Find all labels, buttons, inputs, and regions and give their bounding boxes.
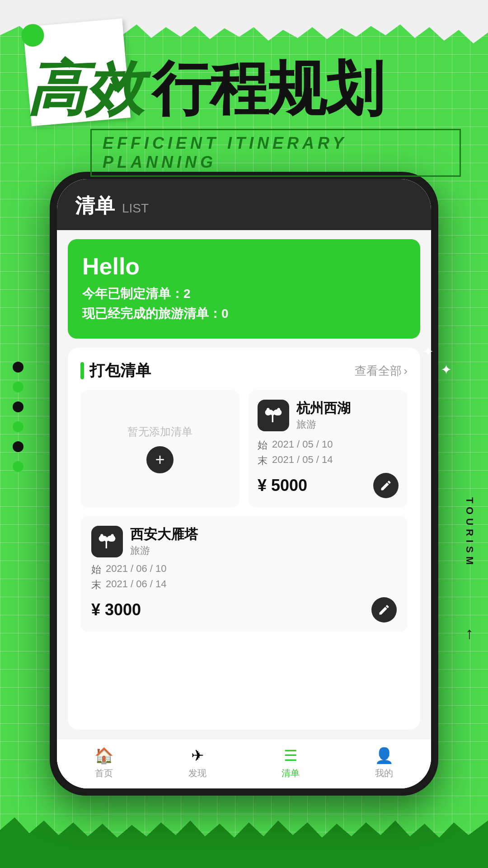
sparkle-1: ✦ — [422, 344, 434, 359]
trip-info-2: 西安大雁塔 旅游 — [130, 525, 198, 557]
hello-stat-2: 现已经完成的旅游清单：0 — [82, 305, 406, 322]
trip-price-2: ¥ 3000 — [91, 600, 141, 619]
cards-row: 暂无添加清单 + — [80, 390, 408, 507]
plus-icon: + — [155, 452, 164, 468]
nav-list-label: 清单 — [282, 767, 300, 779]
trip-icon-1 — [258, 400, 289, 431]
sparkle-2: ✦ — [441, 362, 452, 377]
nav-profile-label: 我的 — [375, 767, 393, 779]
nav-profile[interactable]: 👤 我的 — [375, 746, 394, 779]
list-icon: ☰ — [284, 746, 297, 764]
view-all-button[interactable]: 查看全部 › — [355, 363, 408, 379]
nav-home-label: 首页 — [95, 767, 113, 779]
explore-icon: ✈ — [191, 746, 204, 764]
title-efficient: 高效 — [27, 50, 143, 129]
side-dot-3 — [13, 401, 23, 412]
hello-card: Hello 今年已制定清单：2 现已经完成的旅游清单：0 — [68, 239, 420, 339]
trip-icon-2 — [91, 526, 123, 557]
palm-tree-icon-2 — [98, 533, 116, 551]
nav-explore[interactable]: ✈ 发现 — [188, 746, 206, 779]
add-button[interactable]: + — [146, 446, 174, 473]
phone-inner: 清单 LIST Hello 今年已制定清单：2 现已经完成的旅游清单：0 — [57, 179, 431, 788]
main-title-area: 高效 行程规划 — [27, 50, 461, 129]
empty-card: 暂无添加清单 + — [80, 390, 239, 507]
phone-title-en: LIST — [122, 201, 149, 216]
trip-price-1: ¥ 5000 — [258, 476, 307, 495]
trip-card-hangzhou[interactable]: 杭州西湖 旅游 始 2021 / 05 / 10 末 2021 / 05 / 1… — [249, 390, 408, 507]
side-dot-6 — [13, 461, 23, 472]
phone-title-cn: 清单 — [75, 193, 115, 219]
side-dot-4 — [13, 421, 23, 432]
subtitle-banner: EFFICIENT ITINERARY PLANNING — [90, 129, 461, 177]
phone-title: 清单 LIST — [75, 193, 413, 219]
profile-icon: 👤 — [375, 746, 394, 764]
phone-header: 清单 LIST — [57, 179, 431, 230]
hello-greeting: Hello — [82, 253, 406, 280]
trip-start-1: 始 2021 / 05 / 10 — [258, 439, 399, 452]
nav-home[interactable]: 🏠 首页 — [94, 746, 113, 779]
hello-stat-1: 今年已制定清单：2 — [82, 285, 406, 302]
home-icon: 🏠 — [94, 746, 113, 764]
section-title-bar — [80, 362, 84, 379]
content-area: 打包清单 查看全部 › 暂无添加清单 + — [68, 348, 420, 730]
trip-name-2: 西安大雁塔 — [130, 525, 198, 544]
trip-footer-1: ¥ 5000 — [258, 473, 399, 498]
trip-end-2: 末 2021 / 06 / 14 — [91, 578, 397, 592]
trip-card-xian[interactable]: 西安大雁塔 旅游 始 2021 / 06 / 10 末 2021 / 06 / … — [80, 516, 408, 632]
phone-screen: 清单 LIST Hello 今年已制定清单：2 现已经完成的旅游清单：0 — [57, 179, 431, 788]
chevron-right-icon: › — [404, 364, 408, 378]
phone-outer: 清单 LIST Hello 今年已制定清单：2 现已经完成的旅游清单：0 — [50, 172, 438, 796]
side-dot-1 — [13, 362, 23, 373]
nav-explore-label: 发现 — [188, 767, 206, 779]
side-dot-5 — [13, 441, 23, 452]
trip-card-header-1: 杭州西湖 旅游 — [258, 399, 399, 431]
trip-end-1: 末 2021 / 05 / 14 — [258, 454, 399, 467]
palm-tree-icon — [264, 406, 282, 425]
nav-list[interactable]: ☰ 清单 — [282, 746, 300, 779]
edit-icon-2 — [378, 604, 390, 616]
side-arrow-icon: ↑ — [465, 624, 474, 643]
side-dots — [13, 362, 23, 472]
trip-type-1: 旅游 — [296, 418, 351, 431]
side-dot-2 — [13, 382, 23, 392]
trip-start-2: 始 2021 / 06 / 10 — [91, 563, 397, 576]
trip-card-header-2: 西安大雁塔 旅游 — [91, 525, 397, 557]
sticky-note-dot — [20, 23, 45, 47]
subtitle-text: EFFICIENT ITINERARY PLANNING — [103, 134, 449, 172]
trip-type-2: 旅游 — [130, 544, 198, 557]
side-tourism-text: TOURISM — [464, 497, 475, 568]
phone-mockup: 清单 LIST Hello 今年已制定清单：2 现已经完成的旅游清单：0 — [50, 172, 438, 796]
empty-text: 暂无添加清单 — [127, 425, 192, 439]
edit-button-1[interactable] — [373, 473, 399, 498]
section-header: 打包清单 查看全部 › — [80, 360, 408, 381]
edit-icon-1 — [380, 479, 392, 492]
trip-name-1: 杭州西湖 — [296, 399, 351, 418]
title-itinerary: 行程规划 — [152, 50, 383, 129]
trip-footer-2: ¥ 3000 — [91, 597, 397, 623]
bottom-nav: 🏠 首页 ✈ 发现 ☰ 清单 👤 我的 — [57, 739, 431, 788]
trip-info-1: 杭州西湖 旅游 — [296, 399, 351, 431]
edit-button-2[interactable] — [371, 597, 397, 623]
section-title: 打包清单 — [80, 360, 151, 381]
